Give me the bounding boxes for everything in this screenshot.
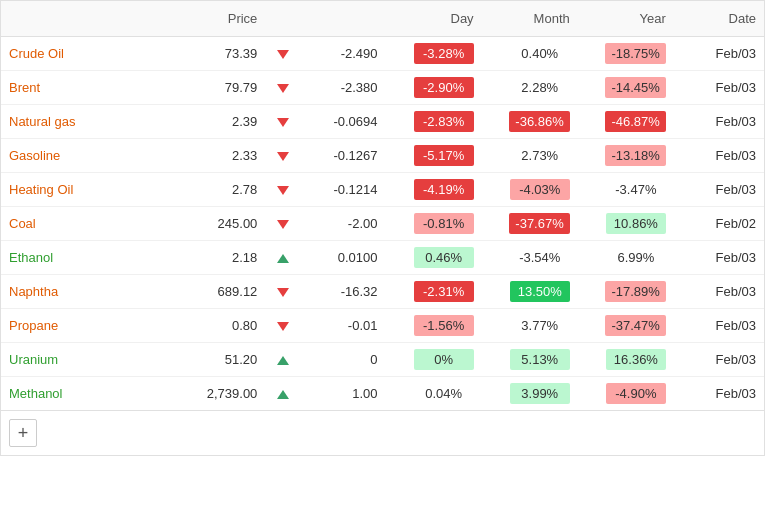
year-value: -17.89% bbox=[605, 281, 665, 302]
commodity-date: Feb/03 bbox=[674, 173, 764, 207]
commodity-price: 0.80 bbox=[157, 309, 265, 343]
commodity-day: -3.28% bbox=[386, 37, 482, 71]
commodity-price: 73.39 bbox=[157, 37, 265, 71]
commodity-change: -0.0694 bbox=[301, 105, 385, 139]
commodity-name[interactable]: Heating Oil bbox=[1, 173, 157, 207]
commodity-name[interactable]: Uranium bbox=[1, 343, 157, 377]
commodity-day: -4.19% bbox=[386, 173, 482, 207]
commodity-name[interactable]: Gasoline bbox=[1, 139, 157, 173]
table-row: Uranium51.2000%5.13%16.36%Feb/03 bbox=[1, 343, 764, 377]
commodity-date: Feb/03 bbox=[674, 275, 764, 309]
commodity-day: -5.17% bbox=[386, 139, 482, 173]
header-name bbox=[1, 1, 157, 37]
year-value: 16.36% bbox=[606, 349, 666, 370]
commodity-price: 689.12 bbox=[157, 275, 265, 309]
table-row: Heating Oil2.78-0.1214-4.19%-4.03%-3.47%… bbox=[1, 173, 764, 207]
commodity-year: -37.47% bbox=[578, 309, 674, 343]
day-value: 0.04% bbox=[414, 383, 474, 404]
commodity-arrow bbox=[265, 173, 301, 207]
year-value: -46.87% bbox=[605, 111, 665, 132]
commodity-day: -2.90% bbox=[386, 71, 482, 105]
commodity-arrow bbox=[265, 377, 301, 411]
month-value: 2.28% bbox=[510, 77, 570, 98]
commodity-year: -14.45% bbox=[578, 71, 674, 105]
commodity-price: 2.33 bbox=[157, 139, 265, 173]
commodity-arrow bbox=[265, 309, 301, 343]
table-row: Ethanol2.180.01000.46%-3.54%6.99%Feb/03 bbox=[1, 241, 764, 275]
header-arrow bbox=[265, 1, 301, 37]
commodity-name[interactable]: Crude Oil bbox=[1, 37, 157, 71]
commodity-arrow bbox=[265, 139, 301, 173]
month-value: -4.03% bbox=[510, 179, 570, 200]
commodity-date: Feb/03 bbox=[674, 37, 764, 71]
month-value: 13.50% bbox=[510, 281, 570, 302]
commodity-month: 5.13% bbox=[482, 343, 578, 377]
commodity-arrow bbox=[265, 343, 301, 377]
commodity-arrow bbox=[265, 105, 301, 139]
commodity-name[interactable]: Propane bbox=[1, 309, 157, 343]
commodity-change: -0.01 bbox=[301, 309, 385, 343]
commodity-arrow bbox=[265, 241, 301, 275]
month-value: -3.54% bbox=[510, 247, 570, 268]
table-row: Methanol2,739.001.000.04%3.99%-4.90%Feb/… bbox=[1, 377, 764, 411]
day-value: -1.56% bbox=[414, 315, 474, 336]
commodity-name[interactable]: Coal bbox=[1, 207, 157, 241]
commodity-year: 16.36% bbox=[578, 343, 674, 377]
arrow-up-icon bbox=[277, 356, 289, 365]
commodity-month: 0.40% bbox=[482, 37, 578, 71]
commodity-year: -46.87% bbox=[578, 105, 674, 139]
commodity-price: 2.39 bbox=[157, 105, 265, 139]
commodity-name[interactable]: Brent bbox=[1, 71, 157, 105]
header-month: Month bbox=[482, 1, 578, 37]
commodity-price: 79.79 bbox=[157, 71, 265, 105]
commodity-price: 2,739.00 bbox=[157, 377, 265, 411]
commodity-day: -1.56% bbox=[386, 309, 482, 343]
commodity-date: Feb/03 bbox=[674, 71, 764, 105]
arrow-down-icon bbox=[277, 186, 289, 195]
month-value: 0.40% bbox=[510, 43, 570, 64]
commodity-date: Feb/03 bbox=[674, 139, 764, 173]
commodity-name[interactable]: Natural gas bbox=[1, 105, 157, 139]
commodity-price: 245.00 bbox=[157, 207, 265, 241]
month-value: 3.99% bbox=[510, 383, 570, 404]
header-day: Day bbox=[386, 1, 482, 37]
add-row-button[interactable]: + bbox=[9, 419, 37, 447]
day-value: 0% bbox=[414, 349, 474, 370]
arrow-down-icon bbox=[277, 322, 289, 331]
header-date: Date bbox=[674, 1, 764, 37]
year-value: -3.47% bbox=[606, 179, 666, 200]
table-row: Gasoline2.33-0.1267-5.17%2.73%-13.18%Feb… bbox=[1, 139, 764, 173]
commodity-name[interactable]: Naphtha bbox=[1, 275, 157, 309]
commodity-change: -2.00 bbox=[301, 207, 385, 241]
arrow-down-icon bbox=[277, 288, 289, 297]
day-value: -3.28% bbox=[414, 43, 474, 64]
commodity-date: Feb/03 bbox=[674, 377, 764, 411]
commodity-change: -0.1214 bbox=[301, 173, 385, 207]
commodity-arrow bbox=[265, 275, 301, 309]
table-row: Coal245.00-2.00-0.81%-37.67%10.86%Feb/02 bbox=[1, 207, 764, 241]
commodity-month: -37.67% bbox=[482, 207, 578, 241]
commodity-date: Feb/03 bbox=[674, 309, 764, 343]
commodity-year: -17.89% bbox=[578, 275, 674, 309]
commodity-year: 6.99% bbox=[578, 241, 674, 275]
arrow-up-icon bbox=[277, 390, 289, 399]
table-footer: + bbox=[1, 410, 764, 455]
commodity-name[interactable]: Methanol bbox=[1, 377, 157, 411]
commodity-day: -2.83% bbox=[386, 105, 482, 139]
day-value: -2.83% bbox=[414, 111, 474, 132]
month-value: 2.73% bbox=[510, 145, 570, 166]
commodity-year: -13.18% bbox=[578, 139, 674, 173]
commodity-month: 2.28% bbox=[482, 71, 578, 105]
commodity-date: Feb/03 bbox=[674, 105, 764, 139]
commodity-day: 0% bbox=[386, 343, 482, 377]
year-value: -4.90% bbox=[606, 383, 666, 404]
commodity-year: 10.86% bbox=[578, 207, 674, 241]
commodity-arrow bbox=[265, 207, 301, 241]
header-price: Price bbox=[157, 1, 265, 37]
day-value: -4.19% bbox=[414, 179, 474, 200]
commodity-price: 2.18 bbox=[157, 241, 265, 275]
commodity-arrow bbox=[265, 37, 301, 71]
arrow-down-icon bbox=[277, 152, 289, 161]
commodity-name[interactable]: Ethanol bbox=[1, 241, 157, 275]
header-year: Year bbox=[578, 1, 674, 37]
